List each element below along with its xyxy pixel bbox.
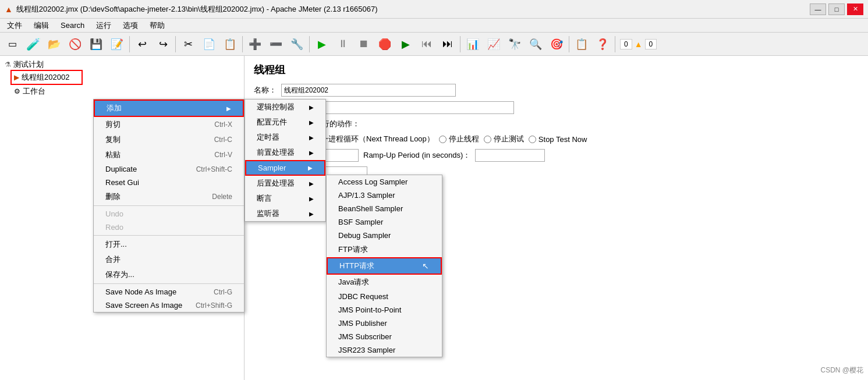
- menu-duplicate[interactable]: Duplicate Ctrl+Shift-C: [94, 162, 244, 176]
- tb-chart2[interactable]: 📈: [484, 34, 504, 54]
- submenu-config-element[interactable]: 配置元件 ▶: [245, 115, 325, 130]
- submenu-sampler[interactable]: Sampler ▶: [245, 160, 325, 176]
- tb-remote[interactable]: 🔧: [287, 34, 307, 54]
- menu-reset-gui[interactable]: Reset Gui: [94, 176, 244, 189]
- submenu-assertion[interactable]: 断言 ▶: [245, 191, 325, 206]
- tb-new[interactable]: ▭: [2, 34, 22, 54]
- menu-cut[interactable]: 剪切 Ctrl-X: [94, 117, 244, 132]
- tb-run[interactable]: ▶: [312, 34, 332, 54]
- separator-7: [615, 36, 615, 52]
- radio-stop-test-now[interactable]: Stop Test Now: [529, 135, 587, 144]
- tb-collapse[interactable]: ➖: [266, 34, 286, 54]
- tb-undo[interactable]: ↩: [132, 34, 152, 54]
- tb-stop2[interactable]: 🚫: [65, 34, 85, 54]
- sampler-jms-ptp[interactable]: JMS Point-to-Point: [327, 303, 442, 317]
- name-input[interactable]: [281, 84, 456, 97]
- tree-item-test-plan[interactable]: ⚗ 测试计划: [2, 58, 242, 71]
- tb-stop-now[interactable]: 🛑: [375, 34, 395, 54]
- submenu-add: 逻辑控制器 ▶ 配置元件 ▶ 定时器 ▶ 前置处理器 ▶ Sampler ▶ 后…: [245, 99, 326, 222]
- separator-cm-3: [94, 283, 244, 284]
- title-bar-controls: — □ ✕: [810, 3, 863, 15]
- menu-copy[interactable]: 复制 Ctrl-C: [94, 132, 244, 147]
- sampler-access-log[interactable]: Access Log Sampler: [327, 175, 442, 189]
- tb-stop-remote[interactable]: ⏮: [417, 34, 437, 54]
- tb-binoculars[interactable]: 🔭: [505, 34, 525, 54]
- separator-5: [460, 36, 460, 52]
- menu-save-screen-image-label: Save Screen As Image: [105, 301, 182, 310]
- menu-save-node-image-label: Save Node As Image: [105, 287, 176, 296]
- submenu-listener[interactable]: 监听器 ▶: [245, 206, 325, 221]
- menu-save-as[interactable]: 保存为...: [94, 267, 244, 282]
- tb-stop-remote2[interactable]: ⏭: [438, 34, 458, 54]
- sampler-beanshell[interactable]: BeanShell Sampler: [327, 202, 442, 215]
- tb-help[interactable]: ❓: [593, 34, 612, 54]
- maximize-button[interactable]: □: [828, 3, 845, 15]
- menu-open[interactable]: 打开...: [94, 237, 244, 252]
- workbench-label: 工作台: [23, 86, 45, 97]
- tb-copy[interactable]: 📄: [199, 34, 219, 54]
- menu-open-label: 打开...: [105, 239, 127, 250]
- tb-search[interactable]: 🔍: [526, 34, 545, 54]
- menu-options[interactable]: 选项: [118, 19, 143, 32]
- sampler-ajp[interactable]: AJP/1.3 Sampler: [327, 189, 442, 202]
- menu-copy-shortcut: Ctrl-C: [214, 136, 232, 144]
- tb-pause[interactable]: ⏸: [333, 34, 353, 54]
- submenu-post-processor[interactable]: 后置处理器 ▶: [245, 176, 325, 191]
- sampler-debug[interactable]: Debug Sampler: [327, 229, 442, 242]
- tb-expand[interactable]: ➕: [245, 34, 265, 54]
- menu-merge[interactable]: 合并: [94, 252, 244, 267]
- separator-1: [129, 36, 130, 52]
- sampler-ftp[interactable]: FTP请求: [327, 242, 442, 257]
- tb-edit[interactable]: 📝: [107, 34, 127, 54]
- tb-paste[interactable]: 📋: [220, 34, 240, 54]
- menu-delete[interactable]: 删除 Delete: [94, 189, 244, 204]
- title-bar: ▲ 线程组202002.jmx (D:\devSoft\apache-jmete…: [0, 0, 868, 19]
- tb-run-remote[interactable]: ▶: [396, 34, 416, 54]
- tb-flask[interactable]: 🧪: [23, 34, 43, 54]
- name-row: 名称：: [254, 84, 859, 97]
- tb-open[interactable]: 📂: [44, 34, 64, 54]
- action-row: 在取样器错误后要执行的动作：: [254, 119, 859, 129]
- menu-file[interactable]: 文件: [2, 19, 27, 32]
- sampler-jms-pub[interactable]: JMS Publisher: [327, 317, 442, 330]
- radio-stop-test[interactable]: 停止测试: [484, 134, 524, 144]
- tb-stop[interactable]: ⏹: [354, 34, 374, 54]
- menu-edit[interactable]: 编辑: [29, 19, 54, 32]
- sampler-java[interactable]: Java请求: [327, 275, 442, 290]
- sampler-jdbc[interactable]: JDBC Request: [327, 290, 442, 303]
- minimize-button[interactable]: —: [810, 3, 826, 15]
- menu-paste[interactable]: 粘贴 Ctrl-V: [94, 147, 244, 162]
- timer-arrow: ▶: [309, 134, 314, 141]
- tb-target[interactable]: 🎯: [547, 34, 566, 54]
- submenu-pre-processor[interactable]: 前置处理器 ▶: [245, 145, 325, 160]
- sampler-bsf[interactable]: BSF Sampler: [327, 215, 442, 229]
- submenu-timer-label: 定时器: [257, 132, 279, 143]
- separator-3: [242, 36, 243, 52]
- sampler-http[interactable]: HTTP请求 ↖: [327, 257, 442, 275]
- sampler-jdbc-label: JDBC Request: [338, 292, 388, 301]
- tb-chart1[interactable]: 📊: [463, 34, 483, 54]
- listener-arrow: ▶: [309, 211, 314, 217]
- menu-paste-label: 粘贴: [105, 150, 121, 160]
- submenu-logic-controller[interactable]: 逻辑控制器 ▶: [245, 100, 325, 115]
- menu-run[interactable]: 运行: [91, 19, 116, 32]
- tree-item-thread-group[interactable]: ▶ 线程组202002: [12, 71, 82, 84]
- menu-add[interactable]: 添加 ▶: [94, 100, 244, 117]
- menu-help[interactable]: 帮助: [145, 19, 169, 32]
- sampler-jsr223-label: JSR223 Sampler: [338, 346, 395, 354]
- ramp-up-input[interactable]: [475, 149, 545, 162]
- radio-stop-thread[interactable]: 停止线程: [439, 134, 479, 144]
- tb-redo[interactable]: ↪: [153, 34, 173, 54]
- menu-save-screen-image[interactable]: Save Screen As Image Ctrl+Shift-G: [94, 299, 244, 312]
- menu-save-node-image[interactable]: Save Node As Image Ctrl-G: [94, 285, 244, 299]
- menu-search[interactable]: Search: [56, 20, 89, 31]
- tb-cut[interactable]: ✂: [178, 34, 198, 54]
- tree-item-workbench[interactable]: ⚙ 工作台: [12, 85, 242, 98]
- sampler-jsr223[interactable]: JSR223 Sampler: [327, 343, 442, 357]
- sampler-jms-sub[interactable]: JMS Subscriber: [327, 330, 442, 343]
- tb-list[interactable]: 📋: [572, 34, 591, 54]
- submenu-timer[interactable]: 定时器 ▶: [245, 130, 325, 145]
- close-button[interactable]: ✕: [847, 3, 863, 15]
- menu-save-node-image-shortcut: Ctrl-G: [214, 288, 232, 296]
- tb-save[interactable]: 💾: [86, 34, 106, 54]
